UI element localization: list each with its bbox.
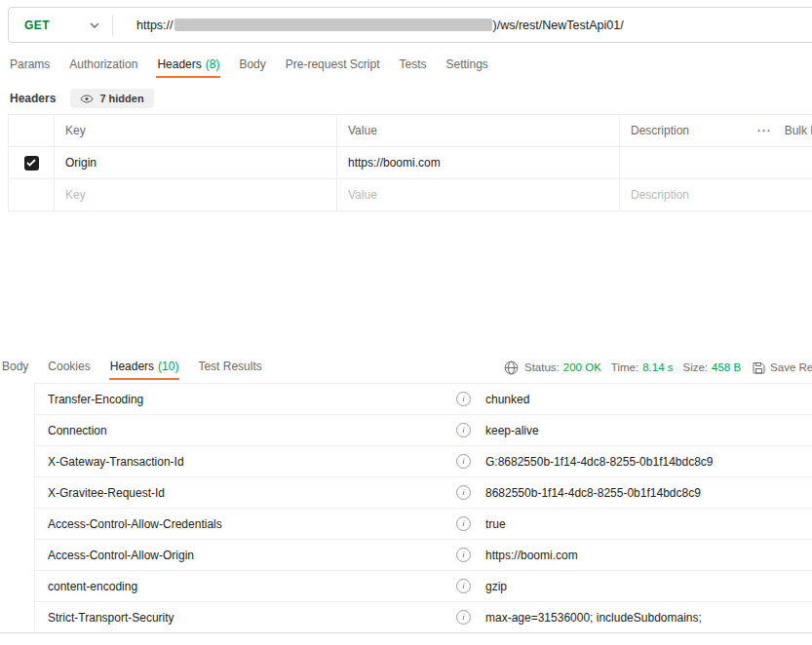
check-icon: [26, 159, 36, 167]
header-description-cell[interactable]: [620, 147, 812, 179]
tab-label: Cookies: [48, 360, 90, 373]
save-response-label: Save Response: [770, 361, 812, 373]
request-tab-params[interactable]: Params: [10, 53, 59, 78]
time-value: 8.14 s: [642, 361, 673, 373]
response-header-value: G:8682550b-1f14-4dc8-8255-0b1f14bdc8c9: [482, 455, 812, 469]
method-label: GET: [24, 19, 50, 32]
response-header-row: X-Gateway-Transaction-IdiG:8682550b-1f14…: [35, 446, 812, 477]
response-header-row: Access-Control-Allow-Originihttps://boom…: [35, 540, 812, 571]
tab-label: Params: [10, 57, 50, 71]
tab-count: (10): [158, 360, 178, 373]
response-headers-table: Transfer-EncodingichunkedConnectionikeep…: [34, 383, 812, 633]
response-header-value: max-age=31536000; includeSubdomains;: [482, 611, 812, 625]
status-pair: Status: 200 OK: [524, 361, 601, 373]
more-actions-icon[interactable]: ⋯: [756, 126, 771, 135]
info-icon[interactable]: i: [456, 548, 471, 562]
request-table-header-row: Key Value Description ⋯ Bulk Edit: [9, 115, 812, 147]
size-pair: Size: 458 B: [682, 361, 741, 373]
new-row-check-cell: [9, 179, 55, 211]
request-tab-pre-request-script[interactable]: Pre-request Script: [276, 53, 390, 78]
globe-icon[interactable]: [504, 360, 519, 375]
response-header-key: Connection: [48, 424, 456, 437]
response-tab-headers[interactable]: Headers(10): [100, 355, 189, 380]
response-header-row: Connectionikeep-alive: [35, 415, 812, 446]
url-suffix: )/ws/rest/NewTestApi01/: [493, 19, 624, 32]
response-header-value: keep-alive: [482, 424, 812, 437]
time-label: Time:: [611, 361, 638, 373]
tab-count: (8): [206, 57, 220, 71]
request-tab-authorization[interactable]: Authorization: [59, 53, 147, 78]
response-tab-cookies[interactable]: Cookies: [38, 355, 99, 380]
response-header-value: https://boomi.com: [482, 549, 812, 562]
url-input[interactable]: https:// )/ws/rest/NewTestApi01/: [136, 19, 624, 32]
new-value-input[interactable]: Value: [337, 179, 620, 211]
info-icon[interactable]: i: [456, 454, 471, 469]
info-icon[interactable]: i: [456, 485, 471, 500]
eye-icon: [80, 95, 94, 103]
tab-label: Body: [2, 360, 28, 373]
response-header-key: Access-Control-Allow-Credentials: [48, 517, 456, 531]
request-tab-settings[interactable]: Settings: [437, 53, 498, 78]
chevron-down-icon: [90, 22, 99, 28]
response-header-value: chunked: [482, 393, 812, 406]
save-icon: [753, 361, 765, 374]
select-all-cell: [9, 115, 55, 147]
response-header-key: Strict-Transport-Security: [48, 611, 456, 625]
row-check-cell: [9, 147, 55, 179]
response-tab-body[interactable]: Body: [2, 355, 38, 380]
headers-section-head: Headers 7 hidden: [10, 89, 154, 108]
tab-label: Headers: [110, 360, 154, 373]
request-tab-headers[interactable]: Headers(8): [147, 53, 229, 78]
response-header-row: Access-Control-Allow-Credentialsitrue: [35, 509, 812, 540]
save-response-button[interactable]: Save Response: [753, 361, 812, 374]
tab-label: Headers: [157, 57, 201, 71]
url-bar: GET https:// )/ws/rest/NewTestApi01/: [8, 7, 812, 43]
info-icon[interactable]: i: [456, 423, 471, 437]
column-description-label: Description: [631, 124, 689, 137]
row-checkbox-checked[interactable]: [24, 156, 39, 171]
info-icon[interactable]: i: [456, 579, 471, 593]
info-icon[interactable]: i: [456, 516, 471, 531]
request-tab-body[interactable]: Body: [229, 53, 275, 78]
status-value: 200 OK: [563, 361, 601, 373]
size-value: 458 B: [712, 361, 741, 373]
response-header-key: Transfer-Encoding: [48, 393, 456, 406]
url-prefix: https://: [136, 19, 174, 32]
info-icon[interactable]: i: [456, 392, 471, 406]
response-header-row: content-encodingigzip: [35, 571, 812, 602]
tab-label: Authorization: [69, 57, 137, 71]
response-tab-test-results[interactable]: Test Results: [188, 355, 271, 380]
tab-label: Body: [239, 57, 265, 71]
header-row-origin: Origin https://boomi.com: [9, 147, 812, 179]
info-icon[interactable]: i: [456, 610, 471, 625]
response-header-row: Strict-Transport-Securityimax-age=315360…: [35, 602, 812, 633]
new-header-row: Key Value Description: [9, 179, 812, 211]
hidden-headers-toggle[interactable]: 7 hidden: [70, 89, 153, 108]
redacted-url-segment: [174, 19, 492, 31]
tab-label: Test Results: [198, 360, 261, 373]
table-actions: ⋯ Bulk Edit: [756, 124, 812, 137]
column-description: Description ⋯ Bulk Edit: [620, 115, 812, 147]
tab-label: Pre-request Script: [286, 57, 380, 71]
bulk-edit-button[interactable]: Bulk Edit: [785, 124, 812, 137]
url-divider: [112, 15, 113, 36]
response-header-key: content-encoding: [48, 580, 456, 593]
tab-label: Tests: [399, 57, 426, 71]
status-label: Status:: [524, 361, 560, 373]
response-header-row: Transfer-Encodingichunked: [35, 384, 812, 415]
method-dropdown[interactable]: GET: [9, 8, 112, 42]
request-tab-tests[interactable]: Tests: [389, 53, 436, 78]
response-header-value: true: [482, 517, 812, 531]
new-description-input[interactable]: Description: [620, 179, 812, 211]
bottom-divider: [0, 632, 812, 633]
headers-section-title: Headers: [10, 92, 56, 105]
response-header-value: 8682550b-1f14-4dc8-8255-0b1f14bdc8c9: [482, 486, 812, 500]
response-header-value: gzip: [482, 580, 812, 593]
response-tabs: BodyCookiesHeaders(10)Test Results: [2, 355, 272, 380]
request-headers-table: Key Value Description ⋯ Bulk Edit Origin: [8, 114, 812, 211]
header-value-cell[interactable]: https://boomi.com: [337, 147, 620, 179]
response-header-key: Access-Control-Allow-Origin: [48, 549, 456, 562]
new-key-input[interactable]: Key: [55, 179, 337, 211]
header-key-cell[interactable]: Origin: [55, 147, 337, 179]
size-label: Size:: [682, 361, 708, 373]
